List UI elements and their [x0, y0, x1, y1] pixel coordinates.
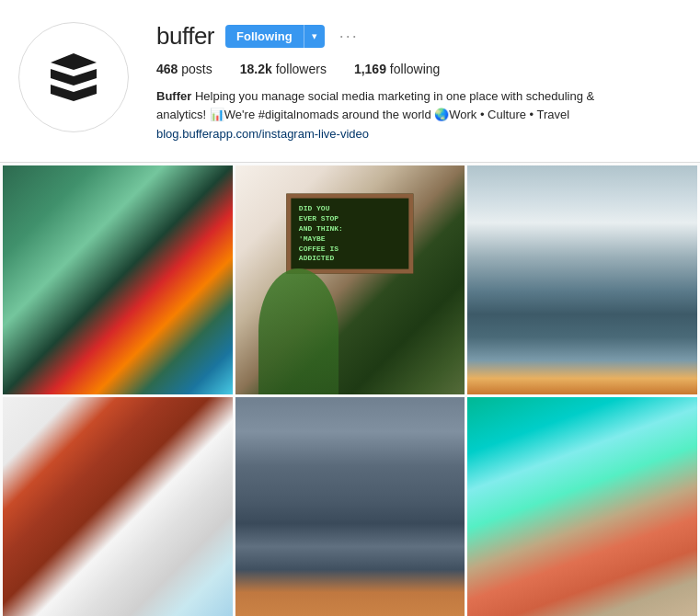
posts-label: posts [181, 62, 212, 76]
posts-stat: 468 posts [156, 62, 212, 76]
profile-header: buffer Following ▾ ··· [156, 22, 682, 51]
logo-svg [46, 53, 101, 101]
stats-row: 468 posts 18.2k followers 1,169 followin… [156, 62, 682, 76]
photo-grid: DID YOUEVER STOPAND THINK:'MAYBECOFFEE I… [0, 163, 700, 617]
followers-label: followers [276, 62, 327, 76]
profile-section: buffer Following ▾ ··· 468 posts 18.2k f… [0, 0, 700, 163]
following-stat[interactable]: 1,169 following [354, 62, 440, 76]
bio-text: Helping you manage social media marketin… [156, 89, 594, 121]
more-options-button[interactable]: ··· [336, 27, 362, 46]
username: buffer [156, 22, 214, 51]
posts-count: 468 [156, 62, 178, 76]
avatar [18, 22, 129, 132]
btn-group: Following ▾ [225, 25, 325, 48]
following-label: following [390, 62, 440, 76]
grid-item-6[interactable] [467, 397, 697, 616]
bio: Buffer Helping you manage social media m… [156, 87, 598, 143]
grid-item-3[interactable] [467, 165, 697, 395]
chalkboard-sign: DID YOUEVER STOPAND THINK:'MAYBECOFFEE I… [287, 194, 413, 274]
grid-item-1[interactable] [3, 165, 233, 395]
followers-count: 18.2k [240, 62, 272, 76]
svg-marker-2 [51, 85, 97, 101]
profile-info: buffer Following ▾ ··· 468 posts 18.2k f… [156, 22, 682, 143]
profile-page: buffer Following ▾ ··· 468 posts 18.2k f… [0, 0, 700, 616]
svg-marker-0 [51, 53, 97, 70]
chevron-down-icon: ▾ [312, 30, 317, 41]
buffer-logo [46, 53, 101, 101]
bio-link[interactable]: blog.bufferapp.com/instagram-live-video [156, 125, 598, 143]
followers-stat[interactable]: 18.2k followers [240, 62, 327, 76]
svg-marker-1 [51, 69, 97, 86]
bio-handle: Buffer [156, 89, 191, 103]
plant-decoration [258, 268, 339, 394]
following-dropdown-button[interactable]: ▾ [304, 25, 325, 48]
grid-item-2[interactable]: DID YOUEVER STOPAND THINK:'MAYBECOFFEE I… [235, 165, 465, 395]
following-button[interactable]: Following [225, 25, 304, 48]
grid-item-4[interactable] [3, 397, 233, 616]
following-count: 1,169 [354, 62, 386, 76]
grid-item-5[interactable] [235, 397, 465, 616]
